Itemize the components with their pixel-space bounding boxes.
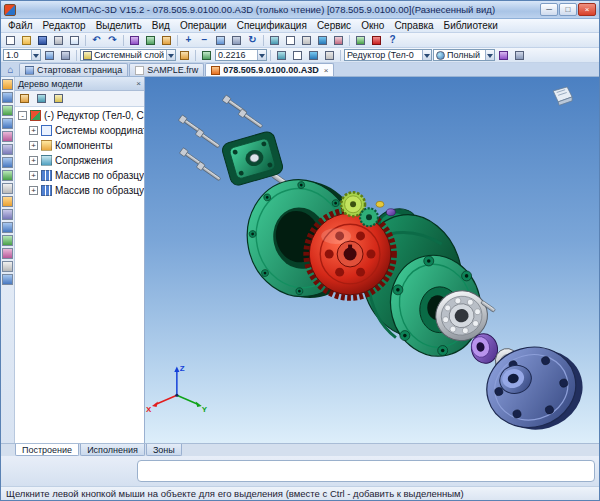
tree-item-coordinate-systems[interactable]: + Системы координат bbox=[15, 123, 144, 138]
close-button[interactable]: × bbox=[578, 3, 596, 16]
parameterization-icon[interactable] bbox=[2, 261, 13, 272]
expand-icon[interactable]: + bbox=[29, 156, 38, 165]
print-icon[interactable] bbox=[51, 34, 66, 47]
help-icon[interactable]: ? bbox=[385, 34, 400, 47]
variables-icon[interactable] bbox=[143, 34, 158, 47]
new-document-icon[interactable] bbox=[3, 34, 18, 47]
zoom-scale-combo[interactable]: 1.0 bbox=[3, 49, 41, 61]
display-wireframe-icon[interactable] bbox=[290, 49, 305, 62]
specification-tool-icon[interactable] bbox=[2, 196, 13, 207]
layer-settings-icon[interactable] bbox=[177, 49, 192, 62]
tree-structure-icon[interactable] bbox=[17, 92, 32, 105]
pan-icon[interactable] bbox=[229, 34, 244, 47]
auxiliary-geometry-icon[interactable] bbox=[2, 131, 13, 142]
main-area: Дерево модели × - (-) Редуктор (Тел-0, С… bbox=[1, 77, 599, 443]
edit-assembly-icon[interactable] bbox=[2, 92, 13, 103]
expand-icon[interactable]: + bbox=[29, 126, 38, 135]
features-icon[interactable] bbox=[2, 248, 13, 259]
tab-label: 078.505.9.0100.00.A3D bbox=[223, 65, 319, 75]
expand-icon[interactable]: + bbox=[29, 171, 38, 180]
hide-objects-icon[interactable] bbox=[322, 49, 337, 62]
display-mode-combo[interactable]: Полный bbox=[433, 49, 495, 61]
hidden-lines-icon[interactable] bbox=[299, 34, 314, 47]
wireframe-icon[interactable] bbox=[283, 34, 298, 47]
exploded-view-icon[interactable] bbox=[553, 87, 572, 105]
design-elements-icon[interactable] bbox=[2, 222, 13, 233]
sheet-metal-icon[interactable] bbox=[2, 235, 13, 246]
print-preview-icon[interactable] bbox=[67, 34, 82, 47]
snap-icon[interactable] bbox=[199, 49, 214, 62]
select-tool-icon[interactable] bbox=[2, 79, 13, 90]
viewport-3d[interactable]: X Y Z bbox=[145, 77, 599, 443]
measure-3d-icon[interactable] bbox=[2, 170, 13, 181]
undo-icon[interactable]: ↶ bbox=[89, 34, 104, 47]
stop-icon[interactable] bbox=[369, 34, 384, 47]
panel-close-icon[interactable]: × bbox=[136, 79, 141, 88]
home-icon[interactable]: ⌂ bbox=[3, 63, 18, 76]
arrays-icon[interactable] bbox=[2, 144, 13, 155]
move-view-icon[interactable] bbox=[58, 49, 73, 62]
menu-operations[interactable]: Операции bbox=[175, 20, 232, 31]
zoom-in-icon[interactable]: + bbox=[181, 34, 196, 47]
maximize-button[interactable]: □ bbox=[559, 3, 577, 16]
minimize-button[interactable]: ─ bbox=[540, 3, 558, 16]
chevron-down-icon bbox=[485, 50, 494, 60]
tab-construction[interactable]: Построение bbox=[15, 444, 79, 456]
current-state-toolbar: 1.0 Системный слой (0) 0.2216 Редуктор (… bbox=[1, 48, 599, 63]
tree-root-item[interactable]: - (-) Редуктор (Тел-0, Сборочн bbox=[15, 108, 144, 123]
section-view-icon[interactable] bbox=[512, 49, 527, 62]
zoom-by-frame-icon[interactable] bbox=[42, 49, 57, 62]
collapse-icon[interactable]: - bbox=[18, 111, 27, 120]
spatial-curves-icon[interactable] bbox=[2, 105, 13, 116]
tree-composition-icon[interactable] bbox=[34, 92, 49, 105]
toolbar-separator bbox=[123, 35, 124, 46]
redo-icon[interactable]: ↷ bbox=[105, 34, 120, 47]
coordinate-systems-icon bbox=[41, 125, 52, 136]
macro-icon[interactable] bbox=[2, 274, 13, 285]
menu-file[interactable]: Файл bbox=[3, 20, 38, 31]
zoom-all-icon[interactable] bbox=[213, 34, 228, 47]
tree-item-array-2[interactable]: + Массив по образцу:2 bbox=[15, 183, 144, 198]
open-icon[interactable] bbox=[19, 34, 34, 47]
tab-document[interactable]: 078.505.9.0100.00.A3D × bbox=[205, 63, 334, 76]
tab-zones[interactable]: Зоны bbox=[146, 444, 182, 456]
reports-icon[interactable] bbox=[2, 209, 13, 220]
menu-help[interactable]: Справка bbox=[389, 20, 438, 31]
tab-start-page[interactable]: Стартовая страница bbox=[19, 63, 128, 76]
shaded-icon[interactable] bbox=[315, 34, 330, 47]
expand-icon[interactable]: + bbox=[29, 186, 38, 195]
filters-icon[interactable] bbox=[2, 183, 13, 194]
menu-service[interactable]: Сервис bbox=[312, 20, 356, 31]
current-part-combo[interactable]: Редуктор (Тел-0 bbox=[344, 49, 432, 61]
menu-select[interactable]: Выделить bbox=[91, 20, 147, 31]
rotate-icon[interactable]: ↻ bbox=[245, 34, 260, 47]
exploded-view-toggle-icon[interactable] bbox=[496, 49, 511, 62]
menu-view[interactable]: Вид bbox=[147, 20, 175, 31]
expand-icon[interactable]: + bbox=[29, 141, 38, 150]
menu-libraries[interactable]: Библиотеки bbox=[439, 20, 503, 31]
rebuild-icon[interactable] bbox=[353, 34, 368, 47]
tree-filter-icon[interactable] bbox=[51, 92, 66, 105]
surfaces-icon[interactable] bbox=[2, 118, 13, 129]
step-combo[interactable]: 0.2216 bbox=[215, 49, 267, 61]
menu-window[interactable]: Окно bbox=[356, 20, 389, 31]
layer-combo[interactable]: Системный слой (0) bbox=[80, 49, 176, 61]
mates-tool-icon[interactable] bbox=[2, 157, 13, 168]
library-manager-icon[interactable] bbox=[127, 34, 142, 47]
orientation-icon[interactable] bbox=[267, 34, 282, 47]
zoom-out-icon[interactable]: − bbox=[197, 34, 212, 47]
menu-edit[interactable]: Редактор bbox=[38, 20, 91, 31]
menu-specification[interactable]: Спецификация bbox=[232, 20, 312, 31]
display-shaded-icon[interactable] bbox=[306, 49, 321, 62]
assembly-3d-view[interactable]: X Y Z bbox=[145, 77, 599, 443]
tab-close-icon[interactable]: × bbox=[324, 66, 329, 75]
tab-sample[interactable]: SAMPLE.frw bbox=[129, 63, 204, 76]
tree-item-mates[interactable]: + Сопряжения bbox=[15, 153, 144, 168]
tree-item-components[interactable]: + Компоненты bbox=[15, 138, 144, 153]
tree-item-array-1[interactable]: + Массив по образцу:1 bbox=[15, 168, 144, 183]
save-icon[interactable] bbox=[35, 34, 50, 47]
properties-icon[interactable] bbox=[159, 34, 174, 47]
tab-versions[interactable]: Исполнения bbox=[80, 444, 145, 456]
perspective-icon[interactable] bbox=[331, 34, 346, 47]
orientation-list-icon[interactable] bbox=[274, 49, 289, 62]
